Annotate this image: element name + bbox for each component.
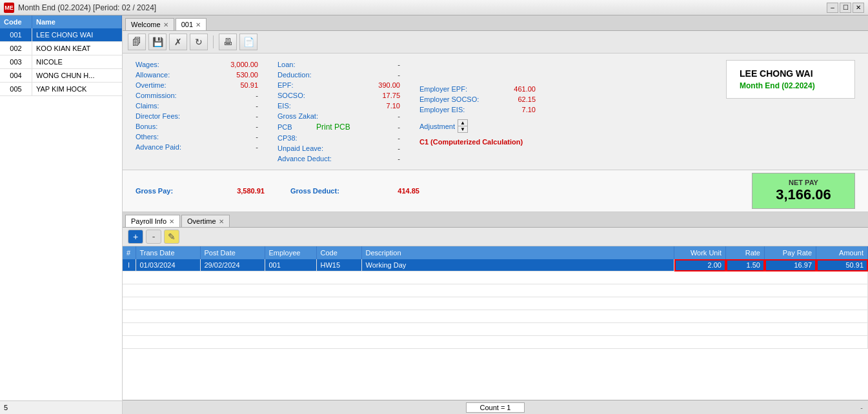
deduction-label: Deduction: bbox=[278, 71, 355, 79]
socso-value: 17.75 bbox=[355, 92, 407, 99]
loan-label: Loan: bbox=[278, 61, 355, 68]
row-trans-date[interactable]: 01/03/2024 bbox=[136, 259, 200, 271]
overtime-value: 50.91 bbox=[213, 81, 265, 89]
export-button[interactable]: 📄 bbox=[239, 34, 257, 50]
count-display: Count = 1 bbox=[466, 402, 524, 413]
main-tab-bar: Welcome ✕ 001 ✕ bbox=[123, 15, 868, 31]
wages-label: Wages: bbox=[136, 61, 213, 68]
close-button[interactable]: ✕ bbox=[853, 3, 864, 13]
employee-code: 003 bbox=[0, 55, 32, 68]
tab-payroll-info-label: Payroll Info bbox=[131, 217, 167, 225]
row-code[interactable]: HW15 bbox=[316, 259, 361, 271]
tab-welcome[interactable]: Welcome ✕ bbox=[125, 18, 174, 30]
col-header-code[interactable]: Code bbox=[316, 246, 361, 259]
tab-001[interactable]: 001 ✕ bbox=[176, 18, 207, 30]
employer-epf-label: Employer EPF: bbox=[419, 85, 503, 93]
refresh-button[interactable]: ↻ bbox=[190, 34, 208, 50]
advance-deduct-value: - bbox=[355, 155, 407, 163]
row-work-unit[interactable]: 2.00 bbox=[674, 259, 726, 271]
content-area: Wages: 3,000.00 Allowance: 530.00 Overti… bbox=[123, 54, 868, 414]
minimize-button[interactable]: – bbox=[827, 3, 838, 13]
name-column-header: Name bbox=[32, 15, 122, 28]
col-header-amount[interactable]: Amount bbox=[816, 246, 868, 259]
status-right: - bbox=[860, 404, 863, 411]
row-post-date[interactable]: 29/02/2024 bbox=[200, 259, 265, 271]
adjustment-up[interactable]: ▲ bbox=[458, 120, 467, 126]
pcb-value: - bbox=[368, 123, 407, 131]
save-button[interactable]: 💾 bbox=[148, 34, 167, 50]
advance-paid-label: Advance Paid: bbox=[136, 143, 213, 151]
wages-column: Wages: 3,000.00 Allowance: 530.00 Overti… bbox=[136, 60, 265, 163]
tab-overtime-close[interactable]: ✕ bbox=[219, 218, 224, 225]
employee-code: 004 bbox=[0, 69, 32, 82]
employee-name: WONG CHUN H... bbox=[32, 69, 122, 82]
employee-row[interactable]: 003 NICOLE bbox=[0, 55, 122, 69]
gross-zakat-value: - bbox=[355, 112, 407, 120]
table-row[interactable]: I 01/03/2024 29/02/2024 001 HW15 Working… bbox=[123, 259, 868, 271]
adjustment-down[interactable]: ▼ bbox=[458, 126, 467, 132]
socso-label: SOCSO: bbox=[278, 92, 355, 99]
advance-deduct-label: Advance Deduct: bbox=[278, 155, 355, 163]
col-header-employee[interactable]: Employee bbox=[265, 246, 316, 259]
net-pay-box: NET PAY 3,166.06 bbox=[752, 173, 855, 209]
director-fees-label: Director Fees: bbox=[136, 112, 213, 120]
overtime-label: Overtime: bbox=[136, 81, 213, 89]
row-employee[interactable]: 001 bbox=[265, 259, 316, 271]
row-rate[interactable]: 1.50 bbox=[726, 259, 765, 271]
deductions-column: Loan: - Deduction: - EPF: 390.00 SOCSO bbox=[278, 60, 407, 163]
table-header-row: # Trans Date Post Date Employee Code Des… bbox=[123, 246, 868, 259]
row-description[interactable]: Working Day bbox=[361, 259, 674, 271]
edit-record-button[interactable]: ✎ bbox=[164, 230, 179, 244]
net-pay-label: NET PAY bbox=[763, 179, 844, 186]
employee-name-display: LEE CHONG WAI bbox=[740, 68, 842, 79]
bonus-value: - bbox=[213, 123, 265, 130]
employee-row[interactable]: 005 YAP KIM HOCK bbox=[0, 83, 122, 96]
employer-eis-label: Employer EIS: bbox=[419, 106, 503, 113]
employee-name: LEE CHONG WAI bbox=[32, 28, 122, 41]
copy-button[interactable]: 🗐 bbox=[128, 34, 146, 50]
row-pay-rate[interactable]: 16.97 bbox=[765, 259, 816, 271]
col-header-post-date[interactable]: Post Date bbox=[200, 246, 265, 259]
cancel-button[interactable]: ✗ bbox=[169, 34, 187, 50]
print-button[interactable]: 🖶 bbox=[219, 34, 237, 50]
gross-zakat-label: Gross Zakat: bbox=[278, 112, 355, 120]
table-row-empty bbox=[123, 323, 868, 336]
employee-code: 005 bbox=[0, 83, 32, 95]
employer-socso-label: Employer SOCSO: bbox=[419, 95, 503, 103]
bonus-label: Bonus: bbox=[136, 123, 213, 130]
commission-label: Commission: bbox=[136, 92, 213, 99]
maximize-button[interactable]: ☐ bbox=[840, 3, 851, 13]
others-label: Others: bbox=[136, 133, 213, 141]
col-header-trans-date[interactable]: Trans Date bbox=[136, 246, 200, 259]
window-controls[interactable]: – ☐ ✕ bbox=[827, 3, 864, 13]
col-header-rate[interactable]: Rate bbox=[726, 246, 765, 259]
adjustment-label: Adjustment bbox=[419, 123, 455, 130]
row-amount[interactable]: 50.91 bbox=[816, 259, 868, 271]
employee-name: KOO KIAN KEAT bbox=[32, 42, 122, 55]
row-indicator: I bbox=[123, 259, 136, 271]
employee-row[interactable]: 004 WONG CHUN H... bbox=[0, 69, 122, 83]
tab-welcome-close[interactable]: ✕ bbox=[163, 21, 168, 28]
col-header-work-unit[interactable]: Work Unit bbox=[674, 246, 726, 259]
allowance-value: 530.00 bbox=[213, 71, 265, 79]
epf-label: EPF: bbox=[278, 81, 355, 89]
employee-name: YAP KIM HOCK bbox=[32, 83, 122, 95]
remove-record-button[interactable]: - bbox=[146, 230, 161, 244]
employee-row[interactable]: 002 KOO KIAN KEAT bbox=[0, 42, 122, 55]
tab-overtime[interactable]: Overtime ✕ bbox=[181, 215, 230, 227]
period-display: Month End (02.2024) bbox=[740, 81, 842, 90]
pcb-label[interactable]: PCB bbox=[278, 123, 316, 131]
employer-eis-value: 7.10 bbox=[503, 106, 542, 113]
employee-list-header: Code Name bbox=[0, 15, 122, 28]
col-header-description[interactable]: Description bbox=[361, 246, 674, 259]
col-header-pay-rate[interactable]: Pay Rate bbox=[765, 246, 816, 259]
print-pcb-label[interactable]: Print PCB bbox=[316, 123, 368, 132]
tab-payroll-info-close[interactable]: ✕ bbox=[169, 218, 174, 225]
gross-section: Gross Pay: 3,580.91 Gross Deduct: 414.85… bbox=[123, 170, 868, 212]
employee-row[interactable]: 001 LEE CHONG WAI bbox=[0, 28, 122, 42]
unpaid-leave-label: Unpaid Leave: bbox=[278, 144, 355, 152]
gross-pay-value: 3,580.91 bbox=[213, 187, 265, 195]
tab-payroll-info[interactable]: Payroll Info ✕ bbox=[125, 215, 180, 227]
tab-001-close[interactable]: ✕ bbox=[196, 21, 201, 28]
add-record-button[interactable]: + bbox=[128, 230, 143, 244]
